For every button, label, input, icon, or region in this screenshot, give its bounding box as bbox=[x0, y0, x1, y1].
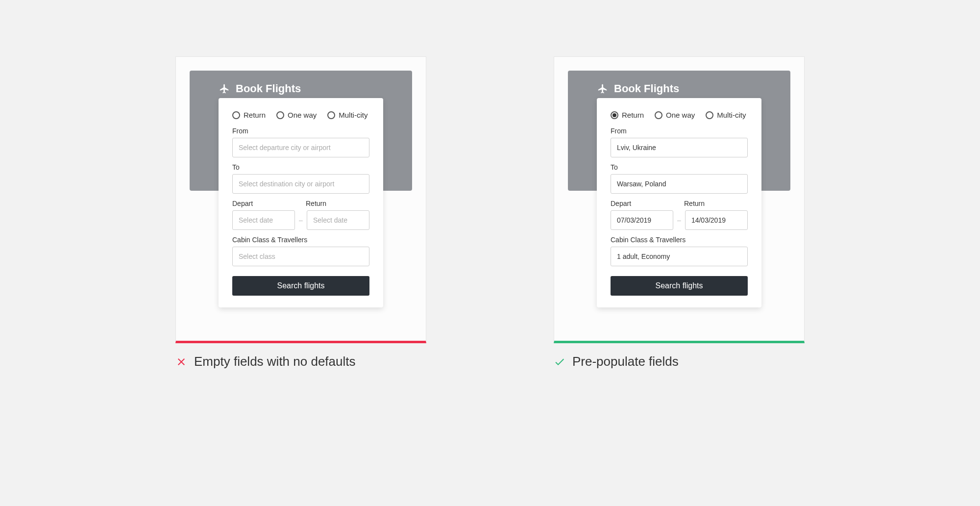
to-input[interactable] bbox=[232, 174, 369, 194]
radio-return-label: Return bbox=[244, 111, 266, 119]
depart-label: Depart bbox=[232, 200, 296, 207]
radio-icon bbox=[611, 111, 618, 119]
cabin-input[interactable] bbox=[611, 247, 748, 266]
return-label: Return bbox=[684, 200, 748, 207]
radio-multicity-label: Multi-city bbox=[717, 111, 746, 119]
radio-oneway[interactable]: One way bbox=[276, 111, 317, 119]
checkmark-icon bbox=[554, 356, 565, 368]
search-flights-button[interactable]: Search flights bbox=[611, 276, 748, 296]
trip-type-radios: Return One way Multi-city bbox=[232, 111, 369, 119]
search-flights-button[interactable]: Search flights bbox=[232, 276, 369, 296]
good-example: Book Flights Return One way Multi-city F… bbox=[554, 56, 805, 369]
good-panel: Book Flights Return One way Multi-city F… bbox=[554, 56, 805, 343]
return-input[interactable] bbox=[685, 210, 748, 230]
radio-multicity[interactable]: Multi-city bbox=[327, 111, 368, 119]
widget-title-row: Book Flights bbox=[597, 82, 761, 95]
radio-return-label: Return bbox=[622, 111, 644, 119]
bad-caption: Empty fields with no defaults bbox=[175, 354, 426, 369]
radio-return[interactable]: Return bbox=[611, 111, 644, 119]
radio-oneway[interactable]: One way bbox=[655, 111, 695, 119]
widget-header: Book Flights Return One way Multi-city F… bbox=[568, 71, 790, 191]
cross-icon bbox=[175, 356, 187, 368]
cabin-input[interactable] bbox=[232, 247, 369, 266]
widget-title-row: Book Flights bbox=[219, 82, 383, 95]
cabin-label: Cabin Class & Travellers bbox=[611, 236, 748, 244]
from-label: From bbox=[232, 127, 369, 135]
radio-icon bbox=[232, 111, 240, 119]
depart-input[interactable] bbox=[611, 210, 673, 230]
good-caption-text: Pre-populate fields bbox=[572, 354, 679, 369]
date-dash: – bbox=[299, 216, 303, 224]
from-label: From bbox=[611, 127, 748, 135]
return-label: Return bbox=[306, 200, 369, 207]
radio-multicity[interactable]: Multi-city bbox=[706, 111, 746, 119]
bad-caption-text: Empty fields with no defaults bbox=[194, 354, 356, 369]
radio-oneway-label: One way bbox=[288, 111, 317, 119]
return-input[interactable] bbox=[307, 210, 369, 230]
bad-example: Book Flights Return One way Multi-city F… bbox=[175, 56, 426, 369]
to-label: To bbox=[232, 163, 369, 171]
bad-panel: Book Flights Return One way Multi-city F… bbox=[175, 56, 426, 343]
plane-icon bbox=[597, 83, 608, 94]
radio-multicity-label: Multi-city bbox=[339, 111, 368, 119]
radio-icon bbox=[327, 111, 335, 119]
radio-return[interactable]: Return bbox=[232, 111, 266, 119]
radio-icon bbox=[706, 111, 713, 119]
good-caption: Pre-populate fields bbox=[554, 354, 805, 369]
to-input[interactable] bbox=[611, 174, 748, 194]
to-label: To bbox=[611, 163, 748, 171]
from-input[interactable] bbox=[232, 138, 369, 157]
booking-card: Return One way Multi-city From To Depart… bbox=[219, 98, 383, 307]
widget-title: Book Flights bbox=[614, 82, 679, 95]
widget-title: Book Flights bbox=[236, 82, 301, 95]
depart-input[interactable] bbox=[232, 210, 295, 230]
cabin-label: Cabin Class & Travellers bbox=[232, 236, 369, 244]
radio-oneway-label: One way bbox=[666, 111, 695, 119]
depart-label: Depart bbox=[611, 200, 674, 207]
date-dash: – bbox=[677, 216, 681, 224]
trip-type-radios: Return One way Multi-city bbox=[611, 111, 748, 119]
booking-card: Return One way Multi-city From To Depart… bbox=[597, 98, 761, 307]
plane-icon bbox=[219, 83, 230, 94]
from-input[interactable] bbox=[611, 138, 748, 157]
radio-icon bbox=[276, 111, 284, 119]
radio-icon bbox=[655, 111, 662, 119]
widget-header: Book Flights Return One way Multi-city F… bbox=[190, 71, 412, 191]
